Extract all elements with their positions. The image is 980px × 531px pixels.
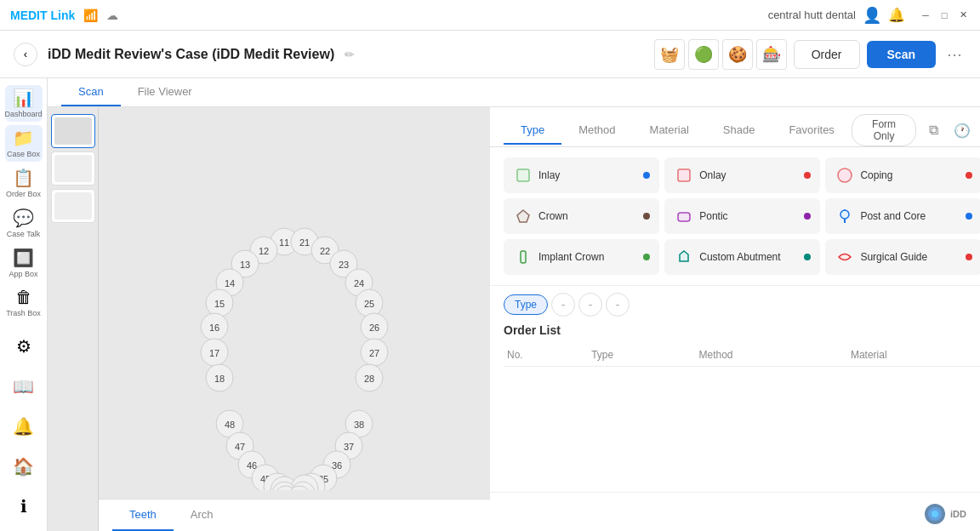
- sidebar-item-orderbox[interactable]: 📋 Order Box: [5, 165, 43, 202]
- tab-favorites[interactable]: Favorites: [772, 117, 851, 145]
- tab-file-viewer[interactable]: File Viewer: [121, 78, 209, 106]
- tool-icon-2[interactable]: 🟢: [688, 39, 719, 70]
- onlay-icon: [674, 165, 694, 186]
- dashboard-icon: 📊: [13, 88, 34, 108]
- minimize-button[interactable]: ─: [919, 9, 932, 22]
- type-grid-inner: Inlay Onlay: [504, 157, 980, 275]
- svg-rect-75: [521, 251, 526, 263]
- svg-rect-1: [54, 155, 92, 182]
- tool-icon-4[interactable]: 🎰: [756, 39, 787, 70]
- sidebar-label-casebox: Case Box: [7, 150, 40, 159]
- svg-text:25: 25: [364, 299, 374, 309]
- col-material: Material: [847, 344, 980, 367]
- selector-dash-3[interactable]: -: [606, 293, 630, 317]
- type-implant-crown[interactable]: Implant Crown: [504, 239, 659, 275]
- appbox-icon: 🔲: [13, 248, 34, 268]
- maximize-button[interactable]: □: [937, 9, 951, 22]
- library-icon: 📖: [13, 376, 34, 397]
- back-button[interactable]: ‹: [14, 43, 37, 66]
- implant-crown-icon: [513, 247, 533, 267]
- copy-icon[interactable]: ⧉: [923, 118, 944, 142]
- edit-icon[interactable]: ✏: [345, 48, 355, 61]
- thumb-item-1[interactable]: [51, 114, 95, 148]
- svg-text:18: 18: [214, 374, 225, 384]
- type-custom-abutment[interactable]: Custom Abutment: [664, 239, 820, 275]
- thumb-item-3[interactable]: [51, 189, 95, 223]
- sidebar-item-dashboard[interactable]: 📊 Dashboard: [5, 85, 43, 122]
- tab-arch[interactable]: Arch: [174, 500, 231, 531]
- svg-text:28: 28: [364, 374, 374, 384]
- sidebar-item-home[interactable]: 🏠: [5, 448, 43, 484]
- sidebar-item-trashbox[interactable]: 🗑 Trash Box: [5, 285, 43, 322]
- pontic-label: Pontic: [699, 210, 799, 222]
- sidebar-item-library[interactable]: 📖: [5, 368, 43, 404]
- casetalk-icon: 💬: [13, 208, 34, 228]
- order-button[interactable]: Order: [794, 40, 860, 69]
- type-selector-button[interactable]: Type: [504, 294, 548, 315]
- tab-scan[interactable]: Scan: [61, 78, 121, 106]
- header-right: 🧺 🟢 🍪 🎰 Order Scan ⋯: [654, 39, 966, 70]
- sidebar-item-info[interactable]: ℹ: [5, 488, 43, 524]
- case-title: iDD Medit Review's Case (iDD Medit Revie…: [48, 47, 334, 62]
- sidebar: 📊 Dashboard 📁 Case Box 📋 Order Box 💬 Cas…: [0, 78, 48, 531]
- type-surgical-guide[interactable]: Surgical Guide: [825, 239, 980, 275]
- sidebar-item-appbox[interactable]: 🔲 App Box: [5, 245, 43, 282]
- tooth-area: 11 21 12 22 13: [99, 107, 490, 531]
- notifications-icon: 🔔: [13, 416, 34, 437]
- crown-label: Crown: [538, 210, 638, 222]
- svg-text:37: 37: [344, 442, 354, 452]
- tool-icon-1[interactable]: 🧺: [654, 39, 685, 70]
- type-coping[interactable]: Coping: [825, 157, 980, 193]
- selector-dash-1[interactable]: -: [551, 293, 575, 317]
- type-inlay[interactable]: Inlay: [504, 157, 659, 193]
- selector-dash-2[interactable]: -: [578, 293, 602, 317]
- tab-shade[interactable]: Shade: [706, 117, 772, 145]
- tab-material[interactable]: Material: [633, 117, 706, 145]
- history-icon[interactable]: 🕐: [951, 118, 972, 142]
- notification-icon[interactable]: 🔔: [888, 7, 905, 23]
- svg-marker-71: [517, 210, 529, 222]
- crown-dot: [643, 213, 650, 220]
- tool-icon-3[interactable]: 🍪: [722, 39, 753, 70]
- sidebar-item-settings[interactable]: ⚙: [5, 328, 43, 364]
- post-and-core-label: Post and Core: [860, 210, 960, 222]
- custom-abutment-icon: [674, 247, 694, 267]
- tab-method[interactable]: Method: [561, 117, 632, 145]
- type-pontic[interactable]: Pontic: [664, 198, 820, 234]
- type-post-and-core[interactable]: Post and Core: [825, 198, 980, 234]
- form-only-button[interactable]: Form Only: [852, 114, 916, 146]
- sidebar-item-notifications[interactable]: 🔔: [5, 408, 43, 444]
- type-onlay[interactable]: Onlay: [664, 157, 820, 193]
- surgical-guide-dot: [966, 254, 972, 260]
- svg-text:12: 12: [259, 246, 269, 256]
- orderbox-icon: 📋: [13, 168, 34, 188]
- svg-rect-2: [54, 192, 92, 220]
- sidebar-item-casebox[interactable]: 📁 Case Box: [5, 125, 43, 162]
- scan-button[interactable]: Scan: [867, 41, 936, 68]
- app-logo: MEDIT Link: [10, 9, 75, 22]
- svg-point-69: [838, 168, 852, 182]
- trashbox-icon: 🗑: [15, 288, 32, 307]
- tab-teeth[interactable]: Teeth: [112, 500, 174, 531]
- svg-rect-72: [678, 213, 690, 221]
- panel-tabs-bar: Type Method Material Shade Favorites For…: [490, 107, 980, 147]
- type-crown[interactable]: Crown: [504, 198, 659, 234]
- sidebar-label-orderbox: Order Box: [6, 190, 41, 199]
- order-list: Order List No. Type Method Material Shad…: [490, 323, 980, 492]
- coping-label: Coping: [860, 169, 960, 181]
- main-content: 📊 Dashboard 📁 Case Box 📋 Order Box 💬 Cas…: [0, 78, 980, 531]
- settings-icon: ⚙: [16, 336, 31, 357]
- tooth-bottom-tabs: Teeth Arch: [99, 499, 490, 531]
- more-options-button[interactable]: ⋯: [943, 43, 966, 66]
- close-button[interactable]: ✕: [956, 9, 970, 22]
- idd-label: iDD: [950, 509, 966, 519]
- thumb-item-2[interactable]: [51, 151, 95, 186]
- svg-text:16: 16: [209, 323, 219, 333]
- tab-type[interactable]: Type: [504, 117, 561, 145]
- svg-text:15: 15: [214, 299, 225, 309]
- title-bar: MEDIT Link 📶 ☁ central hutt dental 👤 🔔 ─…: [0, 0, 980, 31]
- svg-text:24: 24: [354, 278, 364, 288]
- app-header: ‹ iDD Medit Review's Case (iDD Medit Rev…: [0, 31, 980, 78]
- title-bar-right: central hutt dental 👤 🔔 ─ □ ✕: [768, 6, 970, 25]
- sidebar-item-casetalk[interactable]: 💬 Case Talk: [5, 205, 43, 242]
